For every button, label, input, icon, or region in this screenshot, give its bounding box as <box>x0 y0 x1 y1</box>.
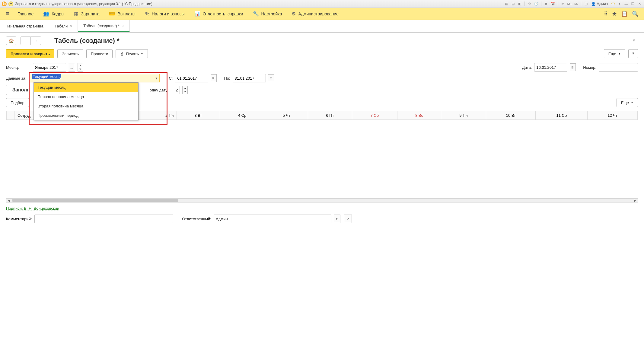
spin-down-icon[interactable]: ▼ <box>182 90 188 94</box>
comment-label: Комментарий: <box>6 217 32 221</box>
month-ellipsis-button[interactable]: ... <box>69 63 75 72</box>
nav-admin[interactable]: ⚙Администрирование <box>287 8 343 20</box>
col-10vt[interactable]: 10 Вт <box>486 111 536 120</box>
chevron-down-icon: ▼ <box>141 52 143 55</box>
tab-tabeli[interactable]: Табели× <box>49 20 78 32</box>
forward-button[interactable]: → <box>31 37 41 45</box>
calendar-icon[interactable]: 📅 <box>550 1 556 7</box>
nav-main[interactable]: Главное <box>13 8 39 20</box>
data-for-input[interactable]: Текущий месяц <box>30 74 160 82</box>
mminus-btn[interactable]: M- <box>573 1 579 7</box>
col-6pt[interactable]: 6 Пт <box>308 111 352 120</box>
search-icon[interactable]: 🔍 <box>632 11 639 17</box>
dropdown-item-second-half[interactable]: Вторая половина месяца <box>34 101 138 111</box>
col-7sb[interactable]: 7 Сб <box>352 111 397 120</box>
date-field[interactable] <box>534 63 567 72</box>
info-icon[interactable]: ⓘ <box>610 1 616 7</box>
month-spinner[interactable]: ▲ ▼ <box>78 63 83 72</box>
from-date-field[interactable] <box>175 74 208 82</box>
col-rownum[interactable] <box>7 111 14 120</box>
responsible-dropdown-button[interactable]: ▾ <box>334 215 340 223</box>
main-nav: ≡ Главное 👥Кадры ▦Зарплата 💳Выплаты %Нал… <box>0 8 644 20</box>
percent-icon: % <box>145 11 149 17</box>
close-window-button[interactable]: ✕ <box>637 1 642 7</box>
dropdown-item-arbitrary[interactable]: Произвольный период <box>34 111 138 120</box>
page-close-button[interactable]: × <box>630 36 638 45</box>
col-12cht[interactable]: 12 Чт <box>588 111 638 120</box>
spin-up-icon[interactable]: ▲ <box>78 63 83 67</box>
grid-icon: ▦ <box>74 11 78 17</box>
app-icon: 1c <box>2 2 7 6</box>
one-date-field[interactable] <box>171 86 180 94</box>
tb-btn-2[interactable]: ▤ <box>510 1 516 7</box>
data-for-combo[interactable]: Текущий месяц ▼ Текущий месяц Первая пол… <box>30 74 160 82</box>
user-indicator[interactable]: 👤 Админ <box>590 2 609 6</box>
print-button[interactable]: 🖨Печать▼ <box>116 49 148 58</box>
podbor-button[interactable]: Подбор <box>6 98 29 107</box>
calendar-icon[interactable]: 🗓 <box>268 74 274 82</box>
star-icon[interactable]: ★ <box>612 11 617 17</box>
home-button[interactable]: 🏠 <box>6 37 16 45</box>
dropdown2-icon[interactable]: ▾ <box>617 1 622 7</box>
mplus-btn[interactable]: M+ <box>567 1 572 7</box>
nav-nalogi[interactable]: %Налоги и взносы <box>140 8 190 20</box>
calendar-icon[interactable]: 🗓 <box>570 63 576 71</box>
more-button[interactable]: Еще ▼ <box>604 49 625 58</box>
data-for-label: Данные за: <box>6 76 26 81</box>
responsible-field[interactable] <box>214 215 331 223</box>
dropdown-item-current[interactable]: Текущий месяц <box>34 83 138 92</box>
responsible-open-button[interactable]: ↗ <box>344 215 352 223</box>
m-btn[interactable]: M <box>560 1 566 7</box>
panel-icon[interactable]: ◫ <box>583 1 589 7</box>
calendar-icon[interactable]: 🗓 <box>211 74 217 82</box>
minimize-button[interactable]: — <box>623 1 629 7</box>
number-field[interactable] <box>599 63 638 72</box>
close-icon[interactable]: × <box>122 24 124 28</box>
clipboard-icon[interactable]: 📋 <box>621 11 628 17</box>
col-4sr[interactable]: 4 Ср <box>220 111 265 120</box>
apps-icon[interactable]: ⠿ <box>604 11 608 17</box>
comment-field[interactable] <box>34 215 173 223</box>
nav-otchet[interactable]: 📊Отчетность, справки <box>190 8 248 20</box>
nav-kadry[interactable]: 👥Кадры <box>38 8 69 20</box>
nav-zarplata[interactable]: ▦Зарплата <box>69 8 104 20</box>
fill-button[interactable]: Заполн <box>6 85 36 95</box>
horizontal-scrollbar[interactable]: ◀ ▶ <box>6 198 638 202</box>
tb-btn-3[interactable]: ◧ <box>517 1 522 7</box>
table-more-button[interactable]: Еще ▼ <box>617 98 638 107</box>
col-9pn[interactable]: 9 Пн <box>441 111 486 120</box>
spin-down-icon[interactable]: ▼ <box>78 67 83 72</box>
month-field[interactable] <box>33 63 66 72</box>
tab-start-page[interactable]: Начальная страница <box>0 20 49 32</box>
tab-tabel-create[interactable]: Табель (создание) *× <box>78 20 130 32</box>
post-and-close-button[interactable]: Провести и закрыть <box>6 49 54 58</box>
close-icon[interactable]: × <box>70 24 72 28</box>
to-date-field[interactable] <box>233 74 266 82</box>
table-empty-row <box>7 120 638 189</box>
col-8vs[interactable]: 8 Вс <box>397 111 441 120</box>
scroll-left-icon[interactable]: ◀ <box>6 199 11 202</box>
hamburger-icon[interactable]: ≡ <box>3 10 13 17</box>
tb-btn-1[interactable]: ▦ <box>504 1 509 7</box>
scroll-thumb[interactable] <box>12 199 178 202</box>
signatures-link[interactable]: Подписи: В. Н. Войцеховский <box>6 206 59 211</box>
history-icon[interactable]: 🕓 <box>534 1 539 7</box>
col-5cht[interactable]: 5 Чт <box>265 111 308 120</box>
nav-nastroyka[interactable]: 🔧Настройка <box>248 8 287 20</box>
help-button[interactable]: ? <box>628 49 638 58</box>
spin-up-icon[interactable]: ▲ <box>182 86 188 90</box>
write-button[interactable]: Записать <box>57 49 83 58</box>
col-3vt[interactable]: 3 Вт <box>177 111 220 120</box>
scroll-right-icon[interactable]: ▶ <box>633 199 638 202</box>
calc-icon[interactable]: 🖩 <box>544 1 549 7</box>
chevron-down-icon[interactable]: ▼ <box>153 74 159 82</box>
col-11sr[interactable]: 11 Ср <box>536 111 588 120</box>
post-button[interactable]: Провести <box>86 49 113 58</box>
nav-vyplaty[interactable]: 💳Выплаты <box>104 8 140 20</box>
dropdown-icon[interactable]: ▾ <box>8 2 13 6</box>
dropdown-item-first-half[interactable]: Первая половина месяца <box>34 92 138 101</box>
maximize-button[interactable]: ❐ <box>630 1 636 7</box>
back-button[interactable]: ← <box>21 37 31 45</box>
favorite-icon[interactable]: ☆ <box>527 1 532 7</box>
one-date-spinner[interactable]: ▲ ▼ <box>182 86 188 94</box>
